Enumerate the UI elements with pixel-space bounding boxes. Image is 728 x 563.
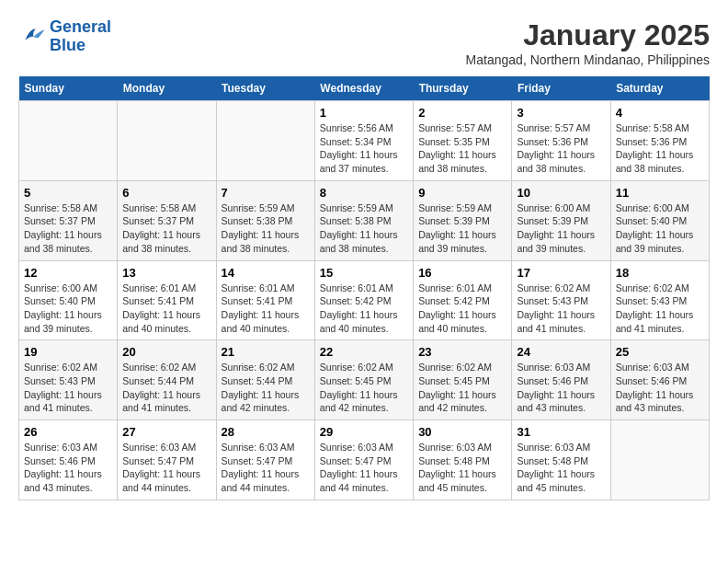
day-number: 10	[517, 186, 605, 200]
calendar-week-row: 5 Sunrise: 5:58 AMSunset: 5:37 PMDayligh…	[19, 180, 710, 260]
day-number: 11	[616, 186, 704, 200]
weekday-header: Monday	[118, 76, 216, 101]
day-number: 23	[418, 345, 506, 359]
day-number: 17	[517, 266, 605, 280]
day-info: Sunrise: 6:03 AMSunset: 5:48 PMDaylight:…	[517, 441, 605, 495]
calendar-cell: 19 Sunrise: 6:02 AMSunset: 5:43 PMDaylig…	[19, 340, 118, 420]
day-number: 13	[122, 266, 210, 280]
day-info: Sunrise: 6:02 AMSunset: 5:43 PMDaylight:…	[24, 361, 112, 415]
day-info: Sunrise: 6:03 AMSunset: 5:46 PMDaylight:…	[616, 361, 704, 415]
calendar-cell: 13 Sunrise: 6:01 AMSunset: 5:41 PMDaylig…	[118, 260, 216, 340]
day-info: Sunrise: 6:00 AMSunset: 5:39 PMDaylight:…	[517, 201, 605, 256]
day-number: 18	[616, 266, 704, 280]
calendar-week-row: 19 Sunrise: 6:02 AMSunset: 5:43 PMDaylig…	[19, 340, 710, 420]
calendar-cell: 12 Sunrise: 6:00 AMSunset: 5:40 PMDaylig…	[19, 260, 118, 340]
logo: General Blue	[18, 18, 111, 55]
weekday-header: Tuesday	[216, 76, 314, 101]
day-info: Sunrise: 5:58 AMSunset: 5:37 PMDaylight:…	[122, 201, 210, 256]
day-number: 16	[418, 266, 506, 280]
day-number: 15	[320, 266, 408, 280]
calendar-cell: 27 Sunrise: 6:03 AMSunset: 5:47 PMDaylig…	[118, 420, 216, 500]
day-info: Sunrise: 6:03 AMSunset: 5:47 PMDaylight:…	[122, 441, 210, 495]
day-number: 29	[320, 425, 408, 439]
logo-text: General Blue	[50, 18, 111, 55]
calendar-cell: 25 Sunrise: 6:03 AMSunset: 5:46 PMDaylig…	[610, 340, 709, 420]
day-info: Sunrise: 6:01 AMSunset: 5:41 PMDaylight:…	[222, 282, 310, 336]
calendar-cell: 23 Sunrise: 6:02 AMSunset: 5:45 PMDaylig…	[414, 340, 512, 420]
day-number: 1	[320, 106, 408, 120]
calendar-cell	[216, 101, 314, 181]
title-block: January 2025 Matangad, Northern Mindanao…	[466, 18, 710, 67]
weekday-header: Sunday	[19, 76, 118, 101]
day-info: Sunrise: 6:01 AMSunset: 5:42 PMDaylight:…	[320, 282, 408, 336]
day-info: Sunrise: 6:03 AMSunset: 5:46 PMDaylight:…	[517, 361, 605, 415]
day-number: 12	[24, 266, 112, 280]
calendar-cell: 6 Sunrise: 5:58 AMSunset: 5:37 PMDayligh…	[118, 180, 216, 260]
day-info: Sunrise: 6:01 AMSunset: 5:42 PMDaylight:…	[418, 282, 506, 336]
day-number: 27	[122, 425, 210, 439]
day-number: 6	[122, 186, 210, 200]
calendar-cell: 21 Sunrise: 6:02 AMSunset: 5:44 PMDaylig…	[216, 340, 314, 420]
calendar-week-row: 12 Sunrise: 6:00 AMSunset: 5:40 PMDaylig…	[19, 260, 710, 340]
day-info: Sunrise: 6:01 AMSunset: 5:41 PMDaylight:…	[122, 282, 210, 336]
day-number: 7	[222, 186, 310, 200]
weekday-header: Wednesday	[314, 76, 413, 101]
page-title: January 2025	[466, 18, 710, 52]
weekday-header-row: SundayMondayTuesdayWednesdayThursdayFrid…	[19, 76, 710, 101]
weekday-header: Thursday	[414, 76, 512, 101]
calendar-cell: 28 Sunrise: 6:03 AMSunset: 5:47 PMDaylig…	[216, 420, 314, 500]
day-info: Sunrise: 6:02 AMSunset: 5:44 PMDaylight:…	[122, 361, 210, 415]
day-number: 5	[24, 186, 112, 200]
day-info: Sunrise: 6:02 AMSunset: 5:43 PMDaylight:…	[517, 282, 605, 336]
day-info: Sunrise: 5:59 AMSunset: 5:39 PMDaylight:…	[418, 201, 506, 256]
day-info: Sunrise: 5:59 AMSunset: 5:38 PMDaylight:…	[320, 201, 408, 256]
calendar-week-row: 1 Sunrise: 5:56 AMSunset: 5:34 PMDayligh…	[19, 101, 710, 181]
calendar-table: SundayMondayTuesdayWednesdayThursdayFrid…	[18, 76, 710, 500]
calendar-cell: 18 Sunrise: 6:02 AMSunset: 5:43 PMDaylig…	[610, 260, 709, 340]
weekday-header: Friday	[512, 76, 610, 101]
calendar-cell: 29 Sunrise: 6:03 AMSunset: 5:47 PMDaylig…	[314, 420, 413, 500]
day-info: Sunrise: 6:03 AMSunset: 5:47 PMDaylight:…	[222, 441, 310, 495]
calendar-cell: 2 Sunrise: 5:57 AMSunset: 5:35 PMDayligh…	[414, 101, 512, 181]
day-info: Sunrise: 5:58 AMSunset: 5:36 PMDaylight:…	[616, 121, 704, 176]
day-number: 8	[320, 186, 408, 200]
calendar-cell: 20 Sunrise: 6:02 AMSunset: 5:44 PMDaylig…	[118, 340, 216, 420]
day-number: 28	[222, 425, 310, 439]
day-info: Sunrise: 6:00 AMSunset: 5:40 PMDaylight:…	[24, 282, 112, 336]
calendar-cell: 24 Sunrise: 6:03 AMSunset: 5:46 PMDaylig…	[512, 340, 610, 420]
calendar-week-row: 26 Sunrise: 6:03 AMSunset: 5:46 PMDaylig…	[19, 420, 710, 500]
day-number: 24	[517, 345, 605, 359]
day-number: 9	[418, 186, 506, 200]
calendar-cell	[610, 420, 709, 500]
calendar-cell: 15 Sunrise: 6:01 AMSunset: 5:42 PMDaylig…	[314, 260, 413, 340]
day-info: Sunrise: 6:02 AMSunset: 5:43 PMDaylight:…	[616, 282, 704, 336]
day-number: 30	[418, 425, 506, 439]
day-number: 19	[24, 345, 112, 359]
day-number: 21	[222, 345, 310, 359]
day-number: 22	[320, 345, 408, 359]
day-number: 25	[616, 345, 704, 359]
day-info: Sunrise: 6:02 AMSunset: 5:45 PMDaylight:…	[418, 361, 506, 415]
calendar-cell: 1 Sunrise: 5:56 AMSunset: 5:34 PMDayligh…	[314, 101, 413, 181]
day-info: Sunrise: 6:00 AMSunset: 5:40 PMDaylight:…	[616, 201, 704, 256]
calendar-cell: 10 Sunrise: 6:00 AMSunset: 5:39 PMDaylig…	[512, 180, 610, 260]
day-number: 26	[24, 425, 112, 439]
day-info: Sunrise: 5:58 AMSunset: 5:37 PMDaylight:…	[24, 201, 112, 256]
calendar-cell: 11 Sunrise: 6:00 AMSunset: 5:40 PMDaylig…	[610, 180, 709, 260]
calendar-cell: 3 Sunrise: 5:57 AMSunset: 5:36 PMDayligh…	[512, 101, 610, 181]
calendar-cell: 22 Sunrise: 6:02 AMSunset: 5:45 PMDaylig…	[314, 340, 413, 420]
day-info: Sunrise: 6:02 AMSunset: 5:44 PMDaylight:…	[222, 361, 310, 415]
calendar-cell: 30 Sunrise: 6:03 AMSunset: 5:48 PMDaylig…	[414, 420, 512, 500]
calendar-cell: 14 Sunrise: 6:01 AMSunset: 5:41 PMDaylig…	[216, 260, 314, 340]
day-info: Sunrise: 5:57 AMSunset: 5:35 PMDaylight:…	[418, 121, 506, 176]
day-number: 3	[517, 106, 605, 120]
calendar-cell: 5 Sunrise: 5:58 AMSunset: 5:37 PMDayligh…	[19, 180, 118, 260]
day-info: Sunrise: 5:56 AMSunset: 5:34 PMDaylight:…	[320, 121, 408, 176]
day-info: Sunrise: 5:59 AMSunset: 5:38 PMDaylight:…	[222, 201, 310, 256]
calendar-cell: 7 Sunrise: 5:59 AMSunset: 5:38 PMDayligh…	[216, 180, 314, 260]
calendar-cell: 9 Sunrise: 5:59 AMSunset: 5:39 PMDayligh…	[414, 180, 512, 260]
logo-icon	[18, 23, 46, 51]
calendar-cell: 26 Sunrise: 6:03 AMSunset: 5:46 PMDaylig…	[19, 420, 118, 500]
day-info: Sunrise: 6:03 AMSunset: 5:48 PMDaylight:…	[418, 441, 506, 495]
calendar-cell: 4 Sunrise: 5:58 AMSunset: 5:36 PMDayligh…	[610, 101, 709, 181]
